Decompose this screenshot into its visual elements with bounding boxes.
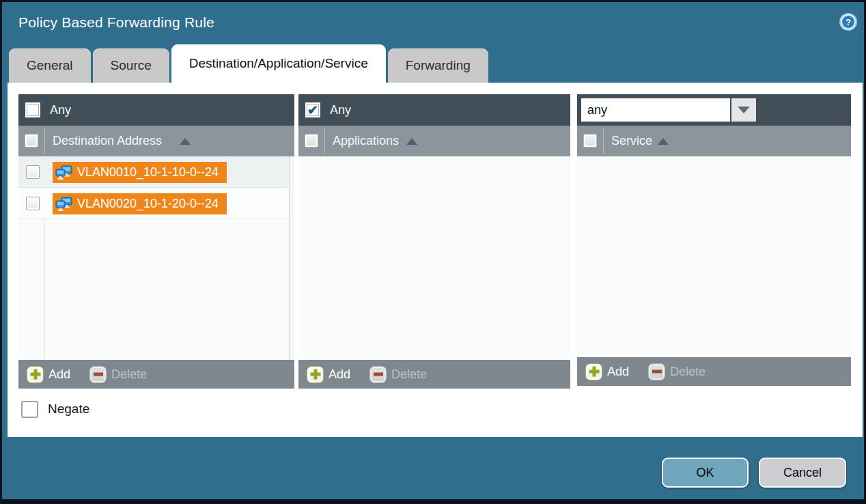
service-select-all-checkbox[interactable]	[583, 134, 597, 148]
ok-button[interactable]: OK	[662, 458, 749, 488]
minus-icon	[369, 366, 387, 383]
sort-ascending-icon[interactable]	[658, 138, 669, 145]
applications-list	[298, 156, 570, 360]
service-dropdown: any	[581, 98, 756, 122]
negate-option: Negate	[21, 400, 89, 419]
destination-list: VLAN0010_10-1-10-0--24	[18, 156, 294, 360]
chevron-down-icon	[738, 107, 750, 113]
tab-general[interactable]: General	[9, 48, 91, 83]
destination-select-all-checkbox[interactable]	[25, 134, 38, 148]
tab-content-panel: Any Destination Address	[8, 83, 863, 437]
sort-ascending-icon[interactable]	[406, 138, 417, 145]
destination-header-label: Destination Address	[53, 126, 162, 156]
dialog-title: Policy Based Forwarding Rule	[18, 14, 214, 31]
applications-header-label: Applications	[333, 126, 399, 156]
applications-any-label: Any	[330, 94, 351, 126]
header-divider	[324, 128, 325, 154]
service-dropdown-header: any	[577, 94, 851, 126]
sort-ascending-icon[interactable]	[180, 138, 191, 145]
service-list	[577, 156, 851, 357]
address-object-icon	[55, 197, 73, 212]
destination-any-checkbox[interactable]	[25, 102, 40, 117]
row-checkbox[interactable]	[26, 197, 40, 210]
screen: Policy Based Forwarding Rule ? General S…	[0, 0, 866, 504]
applications-panel: ✔ Any Applications Add	[298, 94, 570, 389]
pbf-rule-dialog: Policy Based Forwarding Rule ? General S…	[2, 2, 864, 499]
service-panel: any Service Add	[577, 94, 851, 386]
applications-column-header: Applications	[298, 126, 570, 156]
svg-text:?: ?	[846, 17, 851, 27]
address-object-chip[interactable]: VLAN0010_10-1-10-0--24	[53, 162, 227, 183]
service-column-header: Service	[577, 126, 851, 156]
cancel-button[interactable]: Cancel	[759, 458, 846, 488]
tab-destination-application-service[interactable]: Destination/Application/Service	[171, 44, 386, 83]
scrollbar-track[interactable]	[289, 156, 294, 360]
delete-button[interactable]: Delete	[648, 363, 706, 380]
service-dropdown-value[interactable]: any	[581, 98, 730, 122]
tab-bar: General Source Destination/Application/S…	[9, 44, 490, 83]
applications-any-header: ✔ Any	[298, 94, 570, 126]
destination-any-label: Any	[50, 94, 71, 126]
minus-icon	[648, 363, 665, 380]
address-object-label: VLAN0010_10-1-10-0--24	[77, 165, 219, 180]
table-row: VLAN0020_10-1-20-0--24	[18, 188, 294, 219]
checkmark-icon: ✔	[307, 104, 318, 117]
tab-source[interactable]: Source	[93, 48, 169, 83]
address-object-chip[interactable]: VLAN0020_10-1-20-0--24	[53, 193, 227, 214]
applications-toolbar: Add Delete	[298, 360, 570, 389]
service-header-label: Service	[611, 126, 652, 156]
plus-icon	[585, 363, 602, 380]
plus-icon	[27, 366, 44, 383]
applications-any-checkbox[interactable]: ✔	[305, 102, 320, 117]
service-toolbar: Add Delete	[577, 357, 851, 386]
add-button[interactable]: Add	[585, 363, 629, 380]
negate-label: Negate	[48, 402, 89, 417]
minus-icon	[89, 366, 107, 383]
header-divider	[44, 128, 45, 154]
header-divider	[603, 128, 604, 154]
add-button[interactable]: Add	[27, 366, 70, 383]
add-button[interactable]: Add	[307, 366, 350, 383]
destination-any-header: Any	[18, 94, 294, 126]
delete-button[interactable]: Delete	[89, 366, 147, 383]
delete-button[interactable]: Delete	[369, 366, 427, 383]
negate-checkbox[interactable]	[21, 401, 38, 418]
address-object-icon	[55, 165, 73, 180]
dropdown-button[interactable]	[731, 98, 756, 122]
plus-icon	[307, 366, 324, 383]
destination-address-panel: Any Destination Address	[18, 94, 294, 389]
tab-forwarding[interactable]: Forwarding	[388, 48, 488, 83]
destination-toolbar: Add Delete	[18, 360, 294, 389]
address-object-label: VLAN0020_10-1-20-0--24	[77, 197, 219, 211]
help-icon[interactable]: ?	[839, 12, 858, 31]
applications-select-all-checkbox[interactable]	[305, 134, 318, 148]
row-checkbox[interactable]	[26, 165, 40, 179]
table-row: VLAN0010_10-1-10-0--24	[18, 156, 294, 188]
destination-column-header: Destination Address	[18, 126, 294, 156]
